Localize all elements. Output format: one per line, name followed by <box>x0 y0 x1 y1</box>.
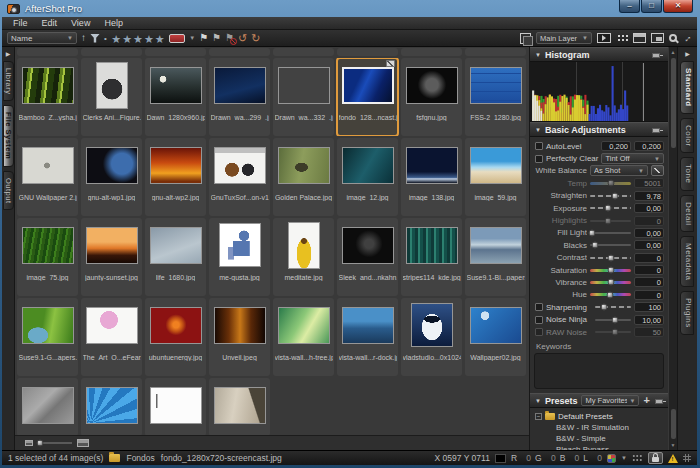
tab-standard[interactable]: Standard <box>680 61 694 114</box>
thumbnail-cell[interactable]: vladstudio...0x1024.jpg <box>401 298 462 376</box>
slider-knob[interactable] <box>612 316 619 323</box>
slider-knob[interactable] <box>605 205 612 212</box>
chevron-down-icon[interactable]: ▼ <box>189 35 195 41</box>
collapse-left-panel-icon[interactable]: ▶ <box>2 47 14 57</box>
value-field-saturation[interactable]: 0 <box>634 265 664 275</box>
thumbnail-cell[interactable] <box>81 378 142 435</box>
slider-exposure[interactable] <box>590 207 631 209</box>
value-field-temp[interactable]: 5001 <box>634 178 664 188</box>
thumbnail-cell[interactable] <box>145 378 206 435</box>
dropdown-perfectly-clear[interactable]: Tint Off▼ <box>601 153 664 164</box>
thumbnail-cell[interactable]: image_12.jpg <box>337 138 398 216</box>
thumbnail-cell[interactable] <box>465 48 526 56</box>
slider-fill-light[interactable] <box>590 232 631 234</box>
thumbnail-cell[interactable]: Dawn_1280x960.jpg <box>145 58 206 136</box>
preset-item-bleach-bypass[interactable]: Bleach Bypass <box>535 444 668 450</box>
slider-knob[interactable] <box>605 217 612 224</box>
thumbnail-cell[interactable]: fsfgnu.jpg <box>401 58 462 136</box>
value-field-contrast[interactable]: 0 <box>634 253 664 263</box>
collapse-icon[interactable]: ▼ <box>535 398 541 404</box>
thumbnail-cell[interactable] <box>145 48 206 56</box>
thumbnail-cell[interactable] <box>337 48 398 56</box>
layer-dropdown[interactable]: Main Layer▼ <box>536 32 592 44</box>
pin-icon[interactable] <box>654 397 663 405</box>
preset-collection-dropdown[interactable]: My Favorites▼ <box>581 395 639 406</box>
thumbnail-cell[interactable]: FSS-2_1280.jpg <box>465 58 526 136</box>
thumbnail-cell[interactable] <box>401 48 462 56</box>
thumbnail-cell[interactable]: Golden Palace.jpg <box>273 138 334 216</box>
thumbnail-cell[interactable] <box>209 48 270 56</box>
slider-knob[interactable] <box>607 267 614 274</box>
lock-button[interactable] <box>648 452 663 464</box>
checkbox-noise-ninja[interactable] <box>535 316 543 324</box>
checkbox-sharpening[interactable] <box>535 303 543 311</box>
scrollbar-thumb[interactable] <box>671 409 676 439</box>
add-preset-button[interactable]: + <box>643 395 649 406</box>
tab-metadata[interactable]: Metadata <box>680 236 694 287</box>
menu-help[interactable]: Help <box>97 18 130 28</box>
checkbox-autolevel[interactable] <box>535 142 543 150</box>
thumbnail-cell[interactable] <box>209 378 270 435</box>
tab-color[interactable]: Color <box>680 118 694 154</box>
thumbnail-cell[interactable]: gnu-alt-wp2.jpg <box>145 138 206 216</box>
menu-view[interactable]: View <box>64 18 97 28</box>
slider-knob[interactable] <box>601 304 608 311</box>
star-icon[interactable]: ★ <box>155 33 165 45</box>
thumbnail-cell[interactable]: image_59.jpg <box>465 138 526 216</box>
split-view-icon[interactable] <box>651 33 664 43</box>
thumbnail-cell[interactable]: stripes114_kde.jpg <box>401 218 462 296</box>
expand-icon[interactable]: − <box>535 413 542 420</box>
thumbnail-cell[interactable]: image_75.jpg <box>17 218 78 296</box>
thumbnail-cell[interactable]: life_1680.jpg <box>145 218 206 296</box>
thumbnail-cell[interactable]: Clerks Ani...Figure.jpg <box>81 58 142 136</box>
tab-output[interactable]: Output <box>3 171 14 211</box>
close-button[interactable]: ✕ <box>663 0 693 13</box>
tab-file-system[interactable]: File System <box>3 105 14 166</box>
color-label-swatch[interactable] <box>169 34 185 43</box>
slider-vibrance[interactable] <box>590 281 631 284</box>
slider-noise-ninja[interactable] <box>595 319 631 321</box>
thumbnail-cell[interactable]: Suse9.1-G...apers.jpg <box>17 298 78 376</box>
scroll-up-icon[interactable]: ▲ <box>671 47 676 57</box>
dropdown-white-balance[interactable]: As Shot▼ <box>590 165 648 176</box>
tab-detail[interactable]: Detail <box>680 195 694 232</box>
menu-file[interactable]: File <box>6 18 35 28</box>
value-field-vibrance[interactable]: 0 <box>634 277 664 287</box>
resize-grip[interactable] <box>683 454 691 462</box>
pin-icon[interactable] <box>651 126 663 134</box>
thumbnail-view-icon[interactable] <box>616 33 628 43</box>
slider-temp[interactable] <box>590 182 631 185</box>
histogram-header[interactable]: ▼ Histogram <box>530 47 668 62</box>
basic-adjustments-header[interactable]: ▼ Basic Adjustments <box>530 122 668 137</box>
menu-edit[interactable]: Edit <box>35 18 65 28</box>
slider-highlights[interactable] <box>590 220 631 222</box>
tab-tone[interactable]: Tone <box>680 157 694 190</box>
chevron-down-icon[interactable]: ▼ <box>621 455 627 461</box>
slider-knob[interactable] <box>612 329 619 336</box>
large-thumbnails-icon[interactable] <box>77 439 89 447</box>
value-field-highlights[interactable]: 0 <box>634 216 664 226</box>
flag-reject-icon[interactable]: ⚑ <box>225 33 234 43</box>
flag-pick-icon[interactable]: ⚑ <box>199 33 208 43</box>
star-icon[interactable]: ★ <box>133 33 143 45</box>
rating-none-icon[interactable]: • <box>104 34 107 43</box>
slider-knob[interactable] <box>612 192 619 199</box>
value-field-sharpening[interactable]: 100 <box>634 302 664 312</box>
collapse-icon[interactable]: ▼ <box>535 52 541 58</box>
checkbox-raw-noise[interactable] <box>535 328 543 336</box>
thumbnail-cell[interactable]: Drawn_wa...332_.jpg <box>273 58 334 136</box>
layers-icon[interactable] <box>520 33 531 44</box>
value-field-blacks[interactable]: 0,00 <box>634 240 664 250</box>
scrollbar-thumb[interactable] <box>671 58 676 148</box>
thumbnail-cell[interactable] <box>81 48 142 56</box>
thumbnail-cell[interactable]: GnuTuxSof...on-v1.jpg <box>209 138 270 216</box>
rotate-left-icon[interactable]: ↺ <box>238 33 247 44</box>
slider-knob[interactable] <box>607 279 614 286</box>
flag-review-icon[interactable]: ⚑ <box>212 33 221 43</box>
thumbnail-cell[interactable]: jaunty-sunset.jpg <box>81 218 142 296</box>
preset-item-b-w-ir-simulation[interactable]: B&W - IR Simulation <box>535 422 668 433</box>
thumbnail-cell[interactable]: The_Art_O...eFear.jpg <box>81 298 142 376</box>
star-icon[interactable]: ★ <box>111 33 121 45</box>
slider-blacks[interactable] <box>590 244 631 246</box>
pin-icon[interactable] <box>651 51 663 59</box>
